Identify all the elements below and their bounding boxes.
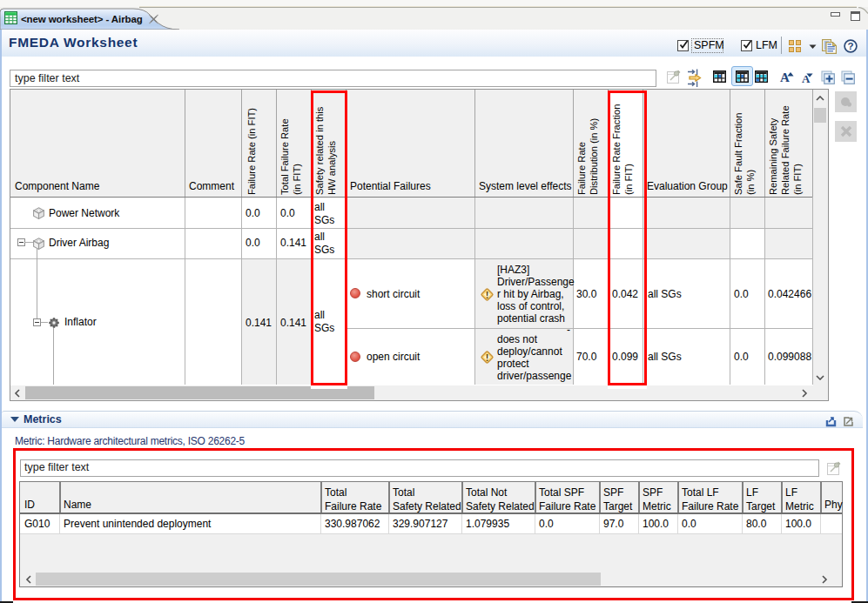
svg-text:!: !: [486, 352, 489, 363]
svg-text:?: ?: [847, 41, 853, 51]
svg-text:!: !: [486, 290, 489, 300]
